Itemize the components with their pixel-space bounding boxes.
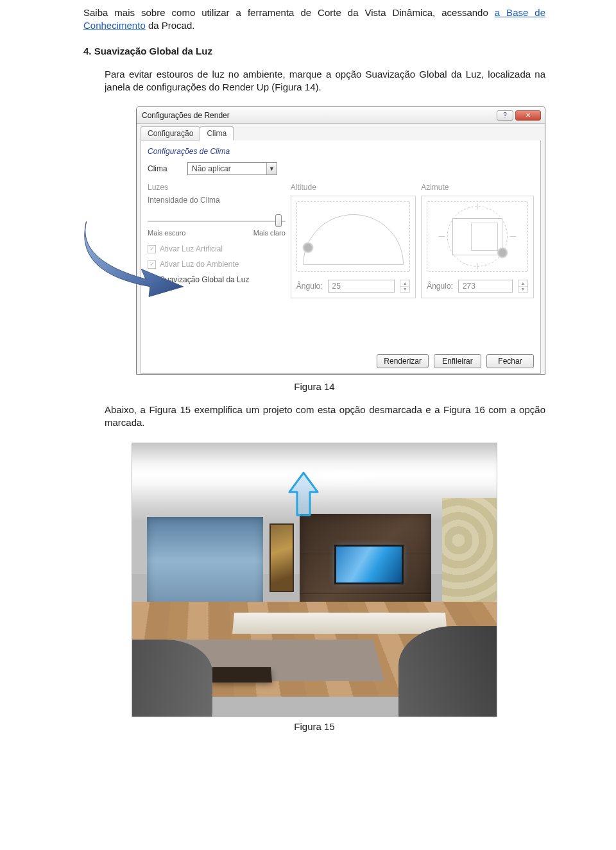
altitude-angle-label: Ângulo: bbox=[296, 282, 323, 291]
figure-15-caption: Figura 15 bbox=[83, 721, 545, 732]
clima-value: Não aplicar bbox=[188, 164, 266, 173]
clima-combobox[interactable]: Não aplicar ▼ bbox=[187, 162, 277, 175]
panel-luzes-title: Luzes bbox=[148, 183, 286, 192]
intro-paragraph: Saiba mais sobre como utilizar a ferrame… bbox=[83, 6, 545, 33]
btn-fechar[interactable]: Fechar bbox=[486, 354, 534, 368]
altitude-spinner[interactable]: ▲ ▼ bbox=[400, 280, 410, 293]
altitude-angle-row: Ângulo: 25 ▲ ▼ bbox=[296, 280, 410, 293]
azimute-diagram[interactable] bbox=[427, 201, 528, 272]
render-coffee-table bbox=[211, 667, 272, 683]
slider-max: Mais claro bbox=[253, 229, 286, 237]
group-title: Configurações de Clima bbox=[148, 147, 534, 156]
tab-configuracao[interactable]: Configuração bbox=[141, 126, 200, 140]
btn-renderizar[interactable]: Renderizar bbox=[377, 354, 429, 368]
altitude-arc bbox=[297, 202, 409, 271]
section-paragraph: Para evitar estouros de luz no ambiente,… bbox=[105, 68, 545, 94]
dialog-body: Configurações de Clima Clima Não aplicar… bbox=[141, 140, 541, 374]
tab-list: Configuração Clima bbox=[137, 124, 545, 140]
render-painting bbox=[271, 525, 293, 590]
altitude-box: Ângulo: 25 ▲ ▼ bbox=[291, 196, 416, 298]
section-heading: 4. Suavização Global da Luz bbox=[83, 46, 545, 56]
tab-clima[interactable]: Clima bbox=[200, 126, 234, 140]
help-icon: ? bbox=[503, 112, 507, 119]
render-cabinet bbox=[232, 613, 447, 634]
sun-icon bbox=[302, 242, 314, 253]
azimute-angle-row: Ângulo: 273 ▲ ▼ bbox=[427, 280, 528, 293]
help-button[interactable]: ? bbox=[497, 110, 513, 121]
close-icon: ✕ bbox=[526, 112, 531, 119]
spinner-down-icon: ▼ bbox=[518, 287, 527, 293]
figure-14-container: Configurações de Render ? ✕ Configuração… bbox=[83, 106, 545, 376]
render-image bbox=[132, 443, 497, 717]
intro-text-before: Saiba mais sobre como utilizar a ferrame… bbox=[83, 7, 495, 18]
azimute-angle-label: Ângulo: bbox=[427, 282, 453, 291]
spinner-up-icon: ▲ bbox=[518, 280, 527, 287]
panels-row: Luzes Intensidade do Clima Mais escuro M… bbox=[148, 183, 534, 298]
spinner-down-icon: ▼ bbox=[400, 287, 409, 293]
floorplan-icon bbox=[452, 218, 502, 255]
dialog-titlebar: Configurações de Render ? ✕ bbox=[137, 107, 545, 124]
clima-label: Clima bbox=[148, 164, 173, 173]
callout-arrow-blue bbox=[74, 216, 199, 299]
clima-row: Clima Não aplicar ▼ bbox=[148, 162, 534, 175]
render-tv bbox=[336, 547, 402, 582]
panel-azimute-title: Azimute bbox=[421, 183, 534, 192]
spinner-up-icon: ▲ bbox=[400, 280, 409, 287]
figure-15-container bbox=[132, 443, 497, 717]
dialog-title: Configurações de Render bbox=[142, 111, 495, 120]
close-button[interactable]: ✕ bbox=[515, 110, 541, 121]
between-paragraph: Abaixo, a Figura 15 exemplifica um proje… bbox=[105, 404, 545, 430]
intro-text-after: da Procad. bbox=[146, 20, 195, 31]
figure-14-caption: Figura 14 bbox=[83, 381, 545, 392]
azimute-angle-input[interactable]: 273 bbox=[458, 280, 513, 293]
panel-altitude-title: Altitude bbox=[291, 183, 416, 192]
chevron-down-icon: ▼ bbox=[266, 163, 277, 174]
slider-thumb[interactable] bbox=[275, 214, 282, 227]
callout-up-arrow-icon bbox=[286, 470, 321, 519]
btn-enfileirar[interactable]: Enfileirar bbox=[434, 354, 481, 368]
render-sofa-right bbox=[398, 626, 497, 717]
panel-azimute: Azimute bbox=[421, 183, 534, 298]
azimute-box: Ângulo: 273 ▲ ▼ bbox=[421, 196, 534, 298]
altitude-diagram[interactable] bbox=[296, 201, 410, 272]
intensidade-label: Intensidade do Clima bbox=[148, 196, 286, 205]
panel-altitude: Altitude Ângulo: 25 bbox=[291, 183, 416, 298]
altitude-angle-input[interactable]: 25 bbox=[328, 280, 395, 293]
azimute-spinner[interactable]: ▲ ▼ bbox=[518, 280, 528, 293]
render-sofa-left bbox=[132, 640, 212, 717]
dialog-button-row: Renderizar Enfileirar Fechar bbox=[377, 354, 534, 368]
